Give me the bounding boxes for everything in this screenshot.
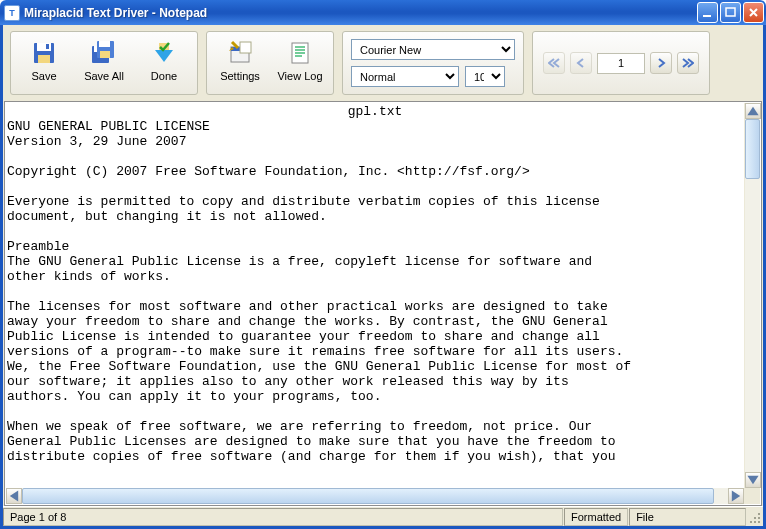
view-log-label: View Log bbox=[277, 70, 322, 82]
maximize-button[interactable] bbox=[720, 2, 741, 23]
main-button-group: Save Save All Done bbox=[10, 31, 198, 95]
svg-marker-23 bbox=[747, 107, 758, 115]
save-button[interactable]: Save bbox=[14, 35, 74, 87]
horizontal-scrollbar[interactable] bbox=[6, 488, 744, 504]
floppy-icon bbox=[31, 40, 57, 68]
toolbar: Save Save All Done Settings View Log bbox=[3, 25, 763, 101]
svg-rect-1 bbox=[726, 8, 735, 16]
svg-marker-26 bbox=[732, 490, 740, 501]
prev-page-button[interactable] bbox=[570, 52, 592, 74]
next-page-button[interactable] bbox=[650, 52, 672, 74]
done-label: Done bbox=[151, 70, 177, 82]
page-navigator bbox=[532, 31, 710, 95]
vertical-scroll-thumb[interactable] bbox=[745, 119, 760, 179]
title-bar[interactable]: T Miraplacid Text Driver - Notepad bbox=[0, 0, 766, 25]
svg-rect-15 bbox=[240, 42, 251, 53]
save-label: Save bbox=[31, 70, 56, 82]
save-all-button[interactable]: Save All bbox=[74, 35, 134, 87]
svg-rect-9 bbox=[99, 41, 110, 47]
document-filename: gpl.txt bbox=[7, 104, 743, 119]
horizontal-scroll-track[interactable] bbox=[22, 488, 728, 504]
floppy-multi-icon bbox=[91, 40, 117, 68]
svg-marker-24 bbox=[747, 476, 758, 484]
document-viewer: gpl.txtGNU GENERAL PUBLIC LICENSE Versio… bbox=[4, 101, 762, 506]
svg-rect-10 bbox=[100, 51, 110, 58]
page-number-input[interactable] bbox=[597, 53, 645, 74]
svg-rect-5 bbox=[46, 44, 49, 49]
log-icon bbox=[287, 40, 313, 68]
first-page-button[interactable] bbox=[543, 52, 565, 74]
horizontal-scroll-thumb[interactable] bbox=[22, 488, 714, 504]
settings-label: Settings bbox=[220, 70, 260, 82]
settings-icon bbox=[227, 40, 253, 68]
resize-grip[interactable] bbox=[747, 508, 763, 526]
scroll-up-button[interactable] bbox=[745, 103, 761, 119]
scroll-left-button[interactable] bbox=[6, 488, 22, 504]
scroll-right-button[interactable] bbox=[728, 488, 744, 504]
svg-rect-4 bbox=[38, 55, 50, 63]
window-frame: Save Save All Done Settings View Log bbox=[0, 25, 766, 529]
status-source: File bbox=[629, 508, 746, 526]
window-controls bbox=[697, 2, 764, 23]
last-page-button[interactable] bbox=[677, 52, 699, 74]
settings-button[interactable]: Settings bbox=[210, 35, 270, 87]
app-icon: T bbox=[4, 5, 20, 21]
tools-button-group: Settings View Log bbox=[206, 31, 334, 95]
status-page: Page 1 of 8 bbox=[3, 508, 563, 526]
done-button[interactable]: Done bbox=[134, 35, 194, 87]
svg-marker-25 bbox=[10, 490, 18, 501]
font-panel: Courier New Normal 10 bbox=[342, 31, 524, 95]
done-icon bbox=[151, 40, 177, 68]
status-format: Formatted bbox=[564, 508, 628, 526]
svg-marker-11 bbox=[155, 50, 173, 62]
document-content[interactable]: gpl.txtGNU GENERAL PUBLIC LICENSE Versio… bbox=[7, 104, 743, 487]
svg-rect-0 bbox=[703, 15, 711, 17]
save-all-label: Save All bbox=[84, 70, 124, 82]
vertical-scroll-track[interactable] bbox=[745, 119, 760, 472]
font-size-select[interactable]: 10 bbox=[465, 66, 505, 87]
scrollbar-corner bbox=[744, 488, 760, 504]
scroll-down-button[interactable] bbox=[745, 472, 761, 488]
view-log-button[interactable]: View Log bbox=[270, 35, 330, 87]
font-style-select[interactable]: Normal bbox=[351, 66, 459, 87]
document-body: GNU GENERAL PUBLIC LICENSE Version 3, 29… bbox=[7, 119, 743, 464]
font-name-select[interactable]: Courier New bbox=[351, 39, 515, 60]
close-button[interactable] bbox=[743, 2, 764, 23]
vertical-scrollbar[interactable] bbox=[744, 103, 760, 488]
minimize-button[interactable] bbox=[697, 2, 718, 23]
window-title: Miraplacid Text Driver - Notepad bbox=[24, 6, 697, 20]
status-bar: Page 1 of 8 Formatted File bbox=[3, 506, 763, 526]
